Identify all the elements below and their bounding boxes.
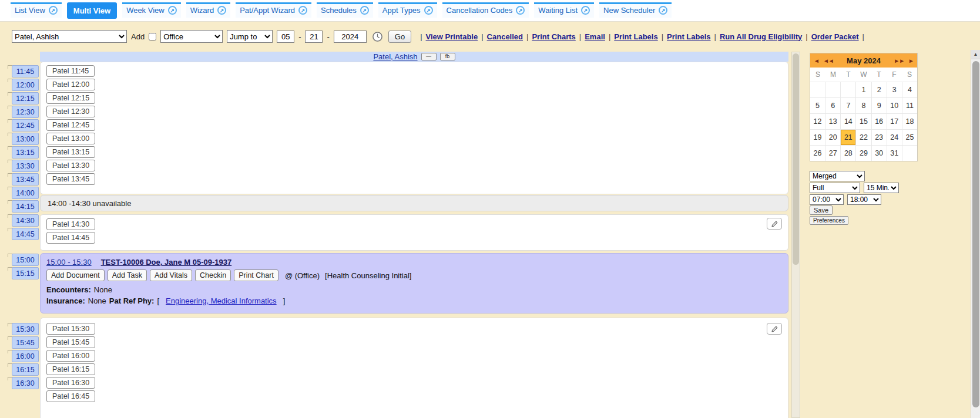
calendar-day[interactable]: 27 <box>825 146 840 161</box>
view-mode-select[interactable]: Merged <box>810 171 865 181</box>
add-checkbox[interactable] <box>149 33 156 41</box>
time-cell[interactable]: 15:00 <box>12 254 39 266</box>
add-vitals-button[interactable]: Add Vitals <box>150 269 192 281</box>
preferences-button[interactable]: Preferences <box>810 216 848 225</box>
fb-button[interactable]: fb <box>440 53 455 60</box>
calendar-day[interactable]: 10 <box>887 98 902 113</box>
next-year-icon[interactable]: ►► <box>894 58 904 64</box>
time-cell[interactable]: 14:15 <box>12 200 39 213</box>
calendar-day[interactable]: 16 <box>872 114 887 129</box>
time-cell[interactable]: 11:45 <box>12 65 39 77</box>
slot-button[interactable]: Patel 13:45 <box>46 173 95 185</box>
print-chart-button[interactable]: Print Chart <box>234 269 278 281</box>
calendar-day[interactable]: 12 <box>810 114 825 129</box>
calendar-day[interactable]: 19 <box>810 130 825 145</box>
tab-new-scheduler[interactable]: New Scheduler↗ <box>599 2 672 18</box>
facility-select[interactable]: Office <box>160 30 223 43</box>
calendar-day[interactable]: 29 <box>856 146 871 161</box>
time-cell[interactable]: 15:30 <box>12 323 39 335</box>
calendar-day[interactable]: 7 <box>841 98 855 113</box>
calendar-day[interactable]: 23 <box>872 130 887 145</box>
popup-icon[interactable]: ↗ <box>581 6 590 15</box>
calendar-day[interactable]: 13 <box>825 114 840 129</box>
time-cell[interactable]: 16:00 <box>12 350 39 362</box>
next-month-icon[interactable]: ► <box>908 58 914 64</box>
tab-appt-types[interactable]: Appt Types↗ <box>378 2 437 18</box>
tab-wizard[interactable]: Wizard↗ <box>186 2 230 18</box>
calendar-day[interactable]: 18 <box>902 114 917 129</box>
popup-icon[interactable]: ↗ <box>168 6 177 15</box>
time-cell[interactable]: 15:45 <box>12 336 39 349</box>
time-cell[interactable]: 16:30 <box>12 377 39 389</box>
calendar-day[interactable]: 31 <box>887 146 902 161</box>
add-document-button[interactable]: Add Document <box>46 269 105 281</box>
appointment-time-link[interactable]: 15:00 - 15:30 <box>46 258 92 267</box>
time-cell[interactable]: 12:30 <box>12 106 39 118</box>
calendar-day[interactable]: 4 <box>902 82 917 97</box>
edit-pencil-icon[interactable] <box>767 218 782 230</box>
calendar-day[interactable]: 14 <box>841 114 855 129</box>
schedule-scrollbar[interactable] <box>791 52 800 418</box>
slot-button[interactable]: Patel 13:30 <box>46 160 95 171</box>
slot-button[interactable]: Patel 16:45 <box>46 390 95 402</box>
time-cell[interactable]: 16:15 <box>12 363 39 376</box>
page-scrollbar-thumb[interactable] <box>972 61 979 407</box>
add-task-button[interactable]: Add Task <box>108 269 147 281</box>
tab-waiting-list[interactable]: Waiting List↗ <box>534 2 594 18</box>
calendar-day[interactable]: 20 <box>825 130 840 145</box>
time-cell[interactable]: 13:45 <box>12 173 39 186</box>
calendar-day[interactable]: 25 <box>902 130 917 145</box>
time-cell[interactable]: 14:30 <box>12 214 39 227</box>
cancelled-link[interactable]: Cancelled <box>487 32 523 41</box>
scroll-up-icon[interactable]: ▲ <box>971 50 980 59</box>
referring-physician-link[interactable]: Engineering, Medical Informatics <box>166 296 277 305</box>
time-cell[interactable]: 14:00 <box>12 187 39 199</box>
time-cell[interactable]: 12:00 <box>12 79 39 91</box>
print-labels-link[interactable]: Print Labels <box>667 32 710 41</box>
run-all-drug-eligibility-link[interactable]: Run All Drug Eligibility <box>720 32 802 41</box>
popup-icon[interactable]: ↗ <box>360 6 369 15</box>
popup-icon[interactable]: ↗ <box>659 6 667 15</box>
email-link[interactable]: Email <box>585 32 605 41</box>
popup-icon[interactable]: ↗ <box>49 6 58 15</box>
calendar-day[interactable]: 24 <box>887 130 902 145</box>
slot-button[interactable]: Patel 16:30 <box>46 377 95 389</box>
slot-button[interactable]: Patel 14:45 <box>46 232 95 244</box>
order-packet-link[interactable]: Order Packet <box>811 32 859 41</box>
edit-pencil-icon[interactable] <box>767 323 782 335</box>
popup-icon[interactable]: ↗ <box>516 6 525 15</box>
calendar-day-selected[interactable]: 21 <box>841 130 855 145</box>
start-time-select[interactable]: 07:00 <box>810 194 844 205</box>
slot-button[interactable]: Patel 13:00 <box>46 133 95 144</box>
calendar-day[interactable]: 9 <box>872 98 887 113</box>
calendar-day[interactable]: 17 <box>887 114 902 129</box>
page-scrollbar[interactable]: ▲ <box>971 50 980 418</box>
time-cell[interactable]: 15:15 <box>12 267 39 279</box>
slot-button[interactable]: Patel 13:15 <box>46 146 95 158</box>
popup-icon[interactable]: ↗ <box>298 6 307 15</box>
end-time-select[interactable]: 18:00 <box>847 194 881 205</box>
provider-select[interactable]: Patel, Ashish <box>12 30 127 43</box>
jump-to-select[interactable]: Jump to <box>227 30 273 43</box>
slot-button[interactable]: Patel 16:15 <box>46 363 95 375</box>
popup-icon[interactable]: ↗ <box>424 6 433 15</box>
calendar-day[interactable]: 5 <box>810 98 825 113</box>
view-printable-link[interactable]: View Printable <box>426 32 478 41</box>
day-input[interactable] <box>305 31 323 43</box>
interval-select[interactable]: 15 Min. <box>864 183 899 193</box>
time-cell[interactable]: 13:15 <box>12 146 39 159</box>
print-labels-link[interactable]: Print Labels <box>614 32 657 41</box>
year-input[interactable] <box>334 31 367 43</box>
time-cell[interactable]: 13:00 <box>12 133 39 145</box>
provider-header-link[interactable]: Patel, Ashish <box>373 52 417 61</box>
calendar-day[interactable]: 2 <box>872 82 887 97</box>
slot-button[interactable]: Patel 12:00 <box>46 79 95 90</box>
checkin-button[interactable]: Checkin <box>195 269 231 281</box>
clock-icon[interactable] <box>372 31 383 42</box>
zoom-select[interactable]: Full <box>810 183 860 193</box>
month-input[interactable] <box>277 31 294 43</box>
calendar-day[interactable]: 1 <box>856 82 871 97</box>
schedule-scrollbar-thumb[interactable] <box>793 53 799 265</box>
calendar-day[interactable]: 6 <box>825 98 840 113</box>
time-cell[interactable]: 13:30 <box>12 160 39 172</box>
